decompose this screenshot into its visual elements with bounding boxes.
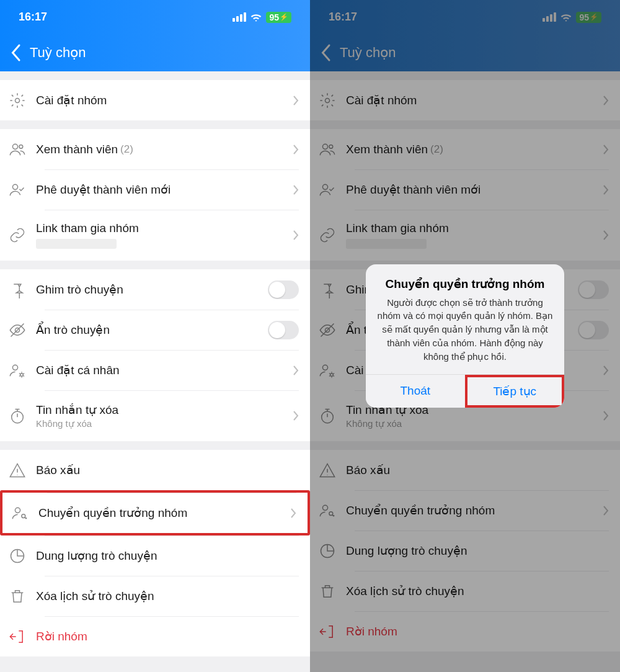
dialog-confirm-button[interactable]: Tiếp tục xyxy=(465,375,565,408)
row-label: Link tham gia nhóm xyxy=(36,222,283,235)
row-invite-link[interactable]: Link tham gia nhóm xyxy=(310,210,620,261)
row-pin-chat[interactable]: Ghim trò chuyện xyxy=(0,269,310,310)
row-clear-history[interactable]: Xóa lịch sử trò chuyện xyxy=(310,571,620,611)
chevron-right-icon xyxy=(293,365,299,376)
row-report[interactable]: Báo xấu xyxy=(310,450,620,490)
row-sublabel: Không tự xóa xyxy=(36,418,283,429)
battery-badge: 95⚡ xyxy=(576,12,601,23)
row-label: Phê duyệt thành viên mới xyxy=(346,182,593,197)
page-title: Tuỳ chọn xyxy=(30,45,86,61)
pin-toggle[interactable] xyxy=(268,280,299,299)
row-label: Phê duyệt thành viên mới xyxy=(36,182,283,197)
back-button[interactable] xyxy=(320,43,331,62)
chevron-right-icon xyxy=(603,95,609,106)
gear-icon xyxy=(319,92,336,109)
row-label: Báo xấu xyxy=(36,463,299,477)
svg-point-9 xyxy=(22,514,25,517)
row-auto-delete[interactable]: Tin nhắn tự xóaKhông tự xóa xyxy=(0,390,310,441)
timer-icon xyxy=(9,407,26,424)
row-label: Cài đặt cá nhân xyxy=(36,363,283,377)
back-button[interactable] xyxy=(10,43,21,62)
status-right: 95⚡ xyxy=(232,12,291,23)
status-bar: 16:17 95⚡ xyxy=(310,0,620,34)
row-invite-link[interactable]: Link tham gia nhóm xyxy=(0,210,310,261)
status-time: 16:17 xyxy=(19,11,47,24)
chevron-right-icon xyxy=(603,410,609,421)
row-personal-settings[interactable]: Cài đặt cá nhân xyxy=(0,350,310,390)
status-right: 95⚡ xyxy=(542,12,601,23)
pin-toggle[interactable] xyxy=(578,280,609,299)
row-label: Dung lượng trò chuyện xyxy=(346,544,609,558)
chevron-right-icon xyxy=(603,184,609,195)
row-label: Cài đặt nhóm xyxy=(36,93,283,107)
row-label: Rời nhóm xyxy=(36,629,299,643)
link-icon xyxy=(9,226,26,244)
svg-point-11 xyxy=(326,98,330,102)
row-label: Rời nhóm xyxy=(346,624,609,638)
row-view-members[interactable]: Xem thành viên(2) xyxy=(0,129,310,169)
svg-point-14 xyxy=(322,184,327,189)
row-label: Dung lượng trò chuyện xyxy=(36,549,299,563)
svg-point-16 xyxy=(322,365,327,370)
svg-point-13 xyxy=(329,145,333,148)
members-count: (2) xyxy=(430,143,443,156)
page-title: Tuỳ chọn xyxy=(340,45,396,61)
link-masked xyxy=(346,239,427,249)
row-label: Ghim trò chuyện xyxy=(36,282,258,297)
row-view-members[interactable]: Xem thành viên(2) xyxy=(310,129,620,169)
dialog-cancel-button[interactable]: Thoát xyxy=(366,375,465,408)
chevron-right-icon xyxy=(603,505,609,516)
svg-point-5 xyxy=(12,365,17,370)
chevron-right-icon xyxy=(293,184,299,195)
svg-point-19 xyxy=(322,505,327,510)
row-leave-group[interactable]: Rời nhóm xyxy=(0,616,310,656)
row-report[interactable]: Báo xấu xyxy=(0,450,310,490)
chevron-right-icon xyxy=(293,230,299,241)
row-hide-chat[interactable]: Ẩn trò chuyện xyxy=(0,310,310,350)
row-label: Xem thành viên xyxy=(36,143,118,156)
row-label: Xóa lịch sử trò chuyện xyxy=(36,589,299,603)
wifi-icon xyxy=(560,12,572,22)
header: 16:17 95⚡ Tuỳ chọn xyxy=(310,0,620,71)
row-label: Cài đặt nhóm xyxy=(346,93,593,107)
hide-toggle[interactable] xyxy=(268,321,299,339)
row-approve-members[interactable]: Phê duyệt thành viên mới xyxy=(0,169,310,210)
row-transfer-ownership[interactable]: Chuyển quyền trưởng nhóm xyxy=(0,490,310,535)
phone-left: 16:17 95⚡ Tuỳ chọn Cài đặt nhóm Xem thàn… xyxy=(0,0,310,672)
person-key-icon xyxy=(319,502,336,519)
chevron-right-icon xyxy=(603,365,609,376)
row-label: Ẩn trò chuyện xyxy=(36,323,258,337)
row-group-settings[interactable]: Cài đặt nhóm xyxy=(310,80,620,120)
transfer-confirm-dialog: Chuyển quyền trưởng nhóm Người được chọn… xyxy=(366,264,564,408)
link-icon xyxy=(319,226,336,244)
people-icon xyxy=(319,141,336,158)
status-bar: 16:17 95⚡ xyxy=(0,0,310,34)
row-approve-members[interactable]: Phê duyệt thành viên mới xyxy=(310,169,620,210)
row-clear-history[interactable]: Xóa lịch sử trò chuyện xyxy=(0,576,310,616)
phone-right: 16:17 95⚡ Tuỳ chọn Cài đặt nhóm Xem thàn… xyxy=(310,0,620,672)
pie-icon xyxy=(9,547,26,565)
row-transfer-ownership[interactable]: Chuyển quyền trưởng nhóm xyxy=(310,490,620,531)
row-sublabel: Không tự xóa xyxy=(346,418,593,429)
warning-icon xyxy=(9,462,26,479)
svg-point-17 xyxy=(330,373,334,376)
trash-icon xyxy=(9,588,26,605)
svg-point-18 xyxy=(322,411,334,423)
chevron-right-icon xyxy=(293,410,299,421)
person-gear-icon xyxy=(9,362,26,379)
hide-toggle[interactable] xyxy=(578,321,609,339)
chevron-right-icon xyxy=(290,508,296,519)
svg-point-7 xyxy=(12,411,24,423)
members-count: (2) xyxy=(120,143,133,156)
row-storage[interactable]: Dung lượng trò chuyện xyxy=(310,531,620,571)
svg-point-6 xyxy=(20,373,24,376)
chevron-right-icon xyxy=(603,230,609,241)
row-label: Xem thành viên xyxy=(346,143,428,156)
row-leave-group[interactable]: Rời nhóm xyxy=(310,611,620,652)
status-time: 16:17 xyxy=(329,11,357,24)
row-group-settings[interactable]: Cài đặt nhóm xyxy=(0,80,310,120)
wifi-icon xyxy=(250,12,262,22)
row-storage[interactable]: Dung lượng trò chuyện xyxy=(0,535,310,576)
signal-icon xyxy=(542,12,556,22)
svg-point-2 xyxy=(19,145,23,148)
